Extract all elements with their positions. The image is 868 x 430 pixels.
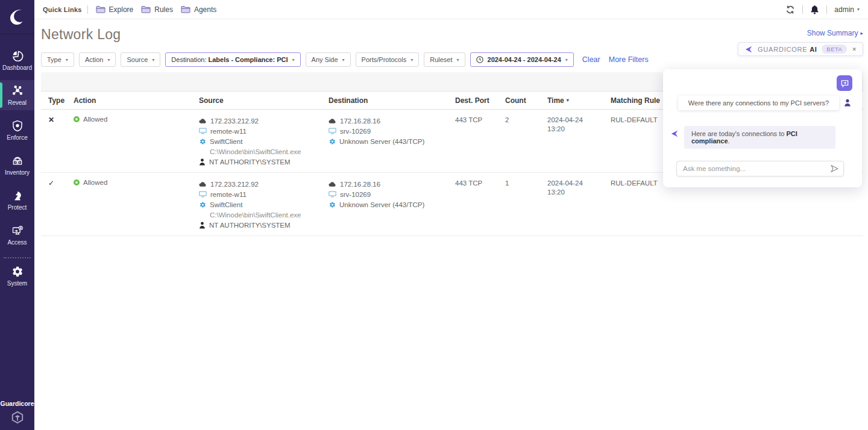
process-gear-icon — [329, 138, 336, 145]
topbar-separator — [802, 5, 803, 14]
sidebar-item-system[interactable]: System — [0, 261, 34, 291]
source-host[interactable]: remote-w11 — [210, 191, 247, 198]
allowed-status-icon — [74, 179, 80, 185]
chevron-down-icon: ▾ — [857, 7, 860, 12]
filter-source[interactable]: Source ▾ — [121, 52, 160, 67]
filter-any-side[interactable]: Any Side ▾ — [306, 52, 351, 67]
akamai-crescent-logo[interactable] — [0, 0, 34, 34]
topbar: Quick Links Explore Rules Agents — [34, 0, 868, 19]
cell-dest-port: 443 TCP — [455, 116, 505, 167]
column-action[interactable]: Action — [74, 96, 199, 105]
host-monitor-icon — [329, 128, 336, 134]
sidebar-item-label: Dashboard — [2, 64, 32, 71]
bell-icon — [810, 5, 819, 14]
topnav-label: Rules — [154, 5, 173, 14]
destination-ip[interactable]: 172.16.28.16 — [340, 117, 380, 125]
destination-ip[interactable]: 172.16.28.16 — [340, 181, 380, 188]
column-time[interactable]: Time▾ — [547, 96, 611, 105]
system-gear-icon — [11, 266, 24, 278]
clear-filters-button[interactable]: Clear — [582, 55, 600, 64]
filter-label: Ports/Protocols — [362, 56, 407, 63]
access-monitor-icon — [11, 225, 24, 237]
destination-service[interactable]: Unknown Server (443/TCP) — [339, 138, 424, 145]
cell-action: Allowed — [74, 179, 199, 230]
process-gear-icon — [329, 201, 336, 208]
destination-host[interactable]: srv-10269 — [340, 191, 371, 198]
source-ip[interactable]: 172.233.212.92 — [210, 117, 259, 125]
topnav-rules[interactable]: Rules — [141, 5, 173, 14]
sidebar-item-label: Inventory — [5, 169, 30, 176]
more-filters-button[interactable]: More Filters — [609, 55, 649, 64]
sidebar: Dashboard Reveal Enforce — [0, 0, 34, 430]
column-dest-port[interactable]: Dest. Port — [455, 96, 505, 105]
filter-action[interactable]: Action ▾ — [79, 52, 116, 67]
sidebar-item-enforce[interactable]: Enforce — [0, 115, 34, 145]
filter-label: Action — [85, 56, 104, 63]
source-ip[interactable]: 172.233.212.92 — [210, 181, 259, 188]
source-host[interactable]: remote-w11 — [210, 128, 247, 135]
show-summary-label: Show Summary — [807, 29, 858, 37]
filter-type[interactable]: Type ▾ — [41, 52, 74, 67]
sidebar-item-dashboard[interactable]: Dashboard — [0, 45, 34, 75]
chevron-down-icon: ▾ — [66, 57, 68, 63]
sidebar-item-access[interactable]: Access — [0, 220, 34, 250]
topnav-agents[interactable]: Agents — [181, 5, 216, 14]
user-menu[interactable]: admin ▾ — [834, 5, 860, 14]
host-monitor-icon — [329, 191, 336, 198]
source-process-path: C:\Winode\bin\SwiftClient.exe — [210, 148, 301, 155]
guardicore-ai-toggle[interactable]: GUARDICORE AI BETA ✕ — [738, 42, 863, 56]
filter-date-range[interactable]: 2024-04-24 - 2024-04-24 ▾ — [470, 52, 574, 67]
chevron-down-icon: ▾ — [107, 57, 110, 63]
sidebar-item-label: System — [7, 280, 27, 287]
chevron-down-icon: ▾ — [342, 57, 345, 63]
source-process[interactable]: SwiftClient — [210, 138, 242, 145]
cell-destination: 172.16.28.16 srv-10269 Unknown Server (4… — [329, 179, 455, 230]
ai-message-row: Here are today's connections to PCI comp… — [670, 126, 835, 149]
reveal-icon — [11, 85, 24, 97]
source-user: NT AUTHORITY\SYSTEM — [209, 158, 291, 166]
ask-input[interactable] — [676, 161, 844, 176]
show-summary-arrow-icon: ▸ — [860, 30, 863, 36]
chevron-down-icon: ▾ — [292, 57, 295, 63]
user-name: admin — [834, 5, 854, 14]
quick-links[interactable]: Quick Links — [43, 6, 82, 13]
filter-label: Type — [47, 56, 61, 63]
topbar-separator — [87, 5, 88, 14]
source-process[interactable]: SwiftClient — [210, 201, 242, 208]
process-gear-icon — [199, 138, 206, 145]
sidebar-item-inventory[interactable]: Inventory — [0, 150, 34, 180]
topnav-explore[interactable]: Explore — [96, 5, 134, 14]
filter-destination[interactable]: Destination: Labels - Compliance: PCI ▾ — [165, 52, 300, 67]
clock-icon — [476, 56, 483, 63]
refresh-button[interactable] — [785, 5, 795, 14]
dashboard-icon — [11, 50, 24, 62]
column-destination[interactable]: Destination — [329, 96, 455, 105]
sidebar-item-protect[interactable]: Protect — [0, 185, 34, 215]
cell-source: 172.233.212.92 remote-w11 SwiftClient C:… — [199, 116, 329, 167]
topnav-label: Agents — [194, 5, 216, 14]
beta-badge: BETA — [822, 45, 847, 54]
filter-ports-protocols[interactable]: Ports/Protocols ▾ — [356, 52, 420, 67]
column-count[interactable]: Count — [505, 96, 547, 105]
filter-ruleset[interactable]: Ruleset ▾ — [424, 52, 465, 67]
user-icon — [199, 222, 206, 229]
cell-count: 1 — [505, 179, 547, 230]
chevron-down-icon: ▾ — [457, 57, 459, 63]
notifications-button[interactable] — [810, 5, 819, 14]
folder-icon — [141, 5, 151, 13]
cloud-icon — [199, 118, 207, 124]
cloud-icon — [329, 118, 336, 124]
sidebar-item-label: Enforce — [7, 134, 27, 141]
sidebar-footer: Guardicore — [0, 400, 34, 430]
cloud-icon — [329, 181, 336, 187]
show-summary-link[interactable]: Show Summary ▸ — [807, 29, 863, 37]
new-chat-button[interactable] — [837, 75, 852, 91]
destination-host[interactable]: srv-10269 — [340, 128, 371, 135]
sidebar-item-reveal[interactable]: Reveal — [0, 80, 34, 110]
destination-service[interactable]: Unknown Server (443/TCP) — [339, 201, 424, 208]
folder-icon — [181, 5, 190, 13]
column-source[interactable]: Source — [199, 96, 329, 105]
send-icon[interactable] — [830, 164, 839, 175]
close-icon[interactable]: ✕ — [852, 46, 857, 52]
column-type[interactable]: Type — [48, 96, 74, 105]
